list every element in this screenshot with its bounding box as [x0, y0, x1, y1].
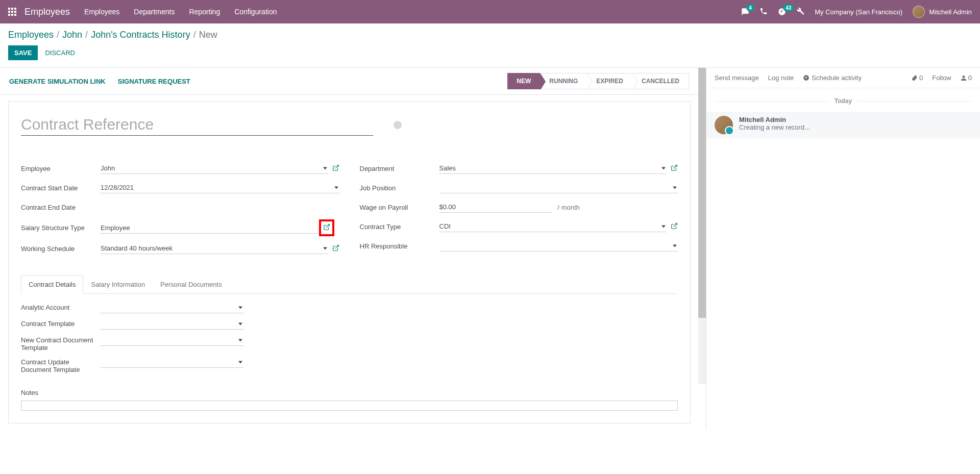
start-date-field[interactable]	[101, 182, 339, 193]
label-end-date: Contract End Date	[21, 204, 101, 211]
employee-field[interactable]	[101, 163, 328, 174]
user-menu[interactable]: Mitchell Admin	[913, 6, 972, 18]
chatter: Send message Log note Schedule activity …	[706, 68, 980, 430]
label-update-doc: Contract Update Document Template	[21, 357, 101, 373]
hr-responsible-field[interactable]	[439, 240, 678, 252]
status-expired[interactable]: EXPIRED	[587, 73, 632, 89]
breadcrumb-history[interactable]: John's Contracts History	[91, 30, 190, 40]
label-contract-type: Contract Type	[360, 223, 439, 231]
wage-suffix: / month	[558, 204, 580, 211]
status-cancelled[interactable]: CANCELLED	[632, 73, 689, 89]
form-sheet: Employee Contract Start Date Contra	[8, 101, 691, 423]
salary-structure-external-link-icon[interactable]	[323, 223, 330, 232]
label-working-schedule: Working Schedule	[21, 245, 101, 253]
message-text: Creating a new record...	[739, 123, 810, 131]
send-message-button[interactable]: Send message	[715, 74, 759, 82]
breadcrumb-employees[interactable]: Employees	[8, 30, 54, 40]
label-wage: Wage on Payroll	[360, 204, 439, 211]
label-template: Contract Template	[21, 318, 101, 328]
breadcrumb-current: New	[199, 30, 217, 40]
phone-icon[interactable]	[760, 7, 768, 17]
person-icon	[961, 75, 967, 81]
status-new[interactable]: NEW	[507, 73, 540, 89]
nav-reporting[interactable]: Reporting	[189, 8, 220, 16]
nav-employees[interactable]: Employees	[84, 8, 119, 16]
notes-textarea[interactable]	[21, 401, 678, 411]
debug-icon[interactable]	[796, 7, 804, 17]
paperclip-icon	[912, 75, 918, 81]
user-name: Mitchell Admin	[929, 8, 972, 16]
message-avatar	[715, 116, 733, 134]
working-schedule-external-link-icon[interactable]	[332, 244, 339, 253]
top-navbar: Employees Employees Departments Reportin…	[0, 0, 980, 23]
messaging-icon[interactable]: 4	[741, 8, 749, 16]
tabs: Contract Details Salary Information Pers…	[21, 275, 678, 294]
log-note-button[interactable]: Log note	[768, 74, 794, 82]
signature-request-link[interactable]: SIGNATURE REQUEST	[118, 78, 190, 85]
salary-structure-field[interactable]	[101, 222, 320, 234]
company-selector[interactable]: My Company (San Francisco)	[815, 8, 902, 16]
discard-button[interactable]: DISCARD	[45, 45, 75, 60]
label-analytic: Analytic Account	[21, 302, 101, 311]
contract-reference-input[interactable]	[21, 114, 373, 136]
working-schedule-field[interactable]	[101, 243, 328, 254]
label-salary-structure: Salary Structure Type	[21, 224, 101, 232]
activity-icon[interactable]: 43	[778, 8, 786, 16]
status-bar: NEW RUNNING EXPIRED CANCELLED	[507, 73, 689, 89]
label-department: Department	[360, 165, 439, 172]
follower-count[interactable]: 0	[961, 74, 972, 82]
highlight-salary-ext-link	[319, 219, 334, 236]
tab-personal-documents[interactable]: Personal Documents	[153, 275, 230, 293]
messaging-badge: 4	[746, 5, 754, 11]
employee-external-link-icon[interactable]	[332, 164, 339, 173]
label-hr-responsible: HR Responsible	[360, 242, 439, 250]
department-field[interactable]	[439, 163, 667, 174]
contract-type-external-link-icon[interactable]	[671, 222, 678, 231]
save-button[interactable]: SAVE	[8, 45, 38, 60]
avatar	[913, 6, 925, 18]
scrollbar[interactable]	[698, 68, 706, 384]
kanban-state-dot[interactable]	[394, 121, 402, 129]
tab-contract-details[interactable]: Contract Details	[21, 275, 83, 294]
nav-departments[interactable]: Departments	[134, 8, 175, 16]
clock-icon	[803, 74, 810, 81]
status-running[interactable]: RUNNING	[540, 73, 587, 89]
contract-template-field[interactable]	[101, 318, 243, 330]
nav-menu: Employees Departments Reporting Configur…	[84, 8, 277, 16]
contract-update-doc-field[interactable]	[101, 357, 243, 368]
label-job-position: Job Position	[360, 184, 439, 192]
attachment-count[interactable]: 0	[912, 74, 923, 82]
activity-badge: 43	[783, 5, 794, 11]
apps-icon[interactable]	[8, 8, 16, 16]
breadcrumb-john[interactable]: John	[62, 30, 82, 40]
wage-field[interactable]	[439, 202, 552, 213]
tab-salary-information[interactable]: Salary Information	[83, 275, 153, 293]
chatter-message: Mitchell Admin Creating a new record...	[706, 112, 980, 138]
label-new-doc: New Contract Document Template	[21, 335, 101, 352]
contract-type-field[interactable]	[439, 221, 667, 232]
end-date-field[interactable]	[101, 202, 339, 213]
department-external-link-icon[interactable]	[671, 164, 678, 173]
app-title: Employees	[24, 7, 70, 17]
analytic-account-field[interactable]	[101, 302, 243, 313]
chatter-divider: Today	[706, 97, 980, 105]
schedule-activity-button[interactable]: Schedule activity	[803, 74, 862, 82]
follow-button[interactable]: Follow	[932, 74, 951, 82]
breadcrumb: Employees / John / John's Contracts Hist…	[8, 30, 972, 40]
nav-configuration[interactable]: Configuration	[234, 8, 277, 16]
message-author: Mitchell Admin	[739, 116, 810, 123]
job-position-field[interactable]	[439, 182, 678, 193]
generate-simulation-link[interactable]: GENERATE SIMULATION LINK	[9, 78, 106, 85]
label-notes: Notes	[21, 389, 678, 396]
new-contract-doc-field[interactable]	[101, 335, 243, 346]
label-employee: Employee	[21, 165, 101, 172]
label-start-date: Contract Start Date	[21, 184, 101, 192]
